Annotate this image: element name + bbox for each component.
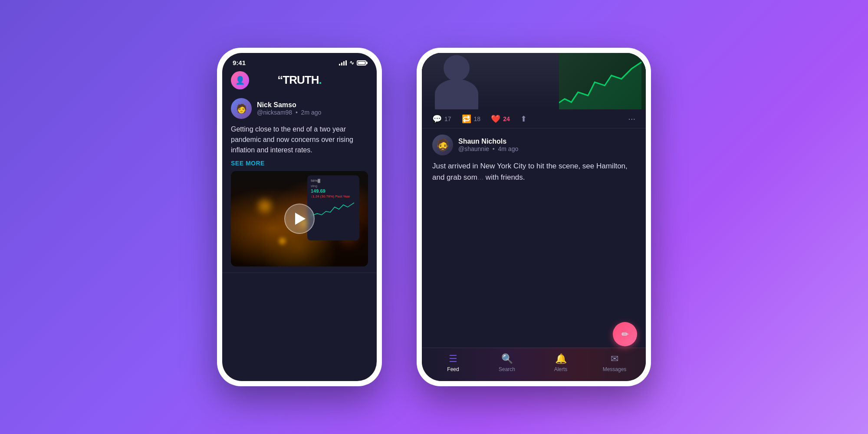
more-options-button[interactable]: ··· <box>628 114 635 124</box>
media-image <box>422 53 646 109</box>
wifi-icon: ∿ <box>349 59 354 66</box>
alerts-label: Alerts <box>554 366 568 372</box>
post-text-2: Just arrived in New York City to hit the… <box>432 161 635 183</box>
play-button[interactable] <box>284 204 315 234</box>
play-triangle-icon <box>295 213 306 225</box>
alerts-icon: 🔔 <box>555 353 567 365</box>
status-time-1: 9:41 <box>233 59 246 66</box>
video-bg: 56%▓ sting 149.69 ↓1.24 (30.78%) Past Ye… <box>231 171 368 266</box>
see-more-button[interactable]: SEE MORE <box>231 160 368 167</box>
like-button[interactable]: ❤️ 24 <box>491 114 510 124</box>
comment-button[interactable]: 💬 17 <box>432 114 451 124</box>
comment-count: 17 <box>444 115 451 122</box>
user-avatar-header[interactable]: 👤 <box>231 71 249 89</box>
post-header-1: 🧑 Nick Samso @nicksam98 • 2m ago <box>231 98 368 119</box>
bottom-nav-2: ☰ Feed 🔍 Search 🔔 Alerts ✉ Messages <box>422 348 646 381</box>
post-handle-1: @nicksam98 • 2m ago <box>257 109 321 116</box>
app-header-1: 👤 “TRUTH. <box>222 70 377 92</box>
like-count: 24 <box>503 115 510 122</box>
nav-messages[interactable]: ✉ Messages <box>602 353 628 372</box>
messages-icon: ✉ <box>611 353 618 365</box>
retruth-button[interactable]: 🔁 18 <box>462 114 481 124</box>
post-2: 🧔 Shaun Nichols @shaunnie • 4m ago Just … <box>422 128 646 193</box>
post-avatar-1[interactable]: 🧑 <box>231 98 252 119</box>
post-meta-2: Shaun Nichols @shaunnie • 4m ago <box>458 138 518 152</box>
signal-icon <box>339 60 347 66</box>
battery-icon <box>357 60 366 66</box>
comment-icon: 💬 <box>432 114 442 124</box>
compose-button[interactable]: ✏ <box>613 322 637 346</box>
status-bar-1: 9:41 ∿ <box>222 53 377 70</box>
app-logo: “TRUTH. <box>277 73 321 87</box>
search-icon: 🔍 <box>501 353 513 365</box>
retruth-count: 18 <box>474 115 481 122</box>
feed-icon: ☰ <box>449 353 457 365</box>
post-1: 🧑 Nick Samso @nicksam98 • 2m ago Getting… <box>222 92 377 273</box>
compose-icon: ✏ <box>621 329 629 339</box>
nav-search[interactable]: 🔍 Search <box>494 353 520 372</box>
feed-label: Feed <box>447 366 459 372</box>
person-head <box>444 55 470 81</box>
bokeh-4 <box>279 238 286 244</box>
media-right-area <box>559 53 646 109</box>
person-area <box>422 53 559 109</box>
overlay-label: sting <box>311 184 356 187</box>
nav-alerts[interactable]: 🔔 Alerts <box>548 353 574 372</box>
overlay-chart <box>311 198 354 220</box>
post-header-2: 🧔 Shaun Nichols @shaunnie • 4m ago <box>432 135 635 155</box>
overlay-status: 56%▓ <box>311 179 356 183</box>
post-avatar-2[interactable]: 🧔 <box>432 135 453 155</box>
action-bar: 💬 17 🔁 18 ❤️ 24 ⬆ ··· <box>422 109 646 128</box>
video-thumbnail[interactable]: 56%▓ sting 149.69 ↓1.24 (30.78%) Past Ye… <box>231 171 368 266</box>
phone-1: 9:41 ∿ 👤 <box>217 48 382 386</box>
post-username-1: Nick Samso <box>257 101 321 109</box>
person-body <box>435 79 478 109</box>
retruth-icon: 🔁 <box>462 114 471 124</box>
post-text-1: Getting close to the end of a two year p… <box>231 124 368 155</box>
share-icon: ⬆ <box>520 114 527 124</box>
overlay-change: ↓1.24 (30.78%) Past Year <box>311 194 356 198</box>
messages-label: Messages <box>603 366 627 372</box>
avatar-img-2: 🧔 <box>432 135 453 155</box>
search-label: Search <box>499 366 515 372</box>
green-chart-svg <box>559 57 641 109</box>
logo-dot: . <box>319 73 321 86</box>
stock-overlay: 56%▓ sting 149.69 ↓1.24 (30.78%) Past Ye… <box>307 175 359 240</box>
share-button[interactable]: ⬆ <box>520 114 527 124</box>
post-handle-2: @shaunnie • 4m ago <box>458 145 518 152</box>
post-username-2: Shaun Nichols <box>458 138 518 145</box>
avatar-img-1: 🧑 <box>231 98 252 119</box>
phone-2: 💬 17 🔁 18 ❤️ 24 ⬆ ··· <box>417 48 651 386</box>
bokeh-1 <box>258 200 271 213</box>
avatar-image: 👤 <box>231 71 249 89</box>
nav-feed[interactable]: ☰ Feed <box>440 353 466 372</box>
status-icons-1: ∿ <box>339 59 366 66</box>
overlay-price: 149.69 <box>311 188 356 194</box>
heart-icon: ❤️ <box>491 114 500 124</box>
post-meta-1: Nick Samso @nicksam98 • 2m ago <box>257 101 321 116</box>
media-top <box>422 53 646 109</box>
media-left-area <box>422 53 559 109</box>
